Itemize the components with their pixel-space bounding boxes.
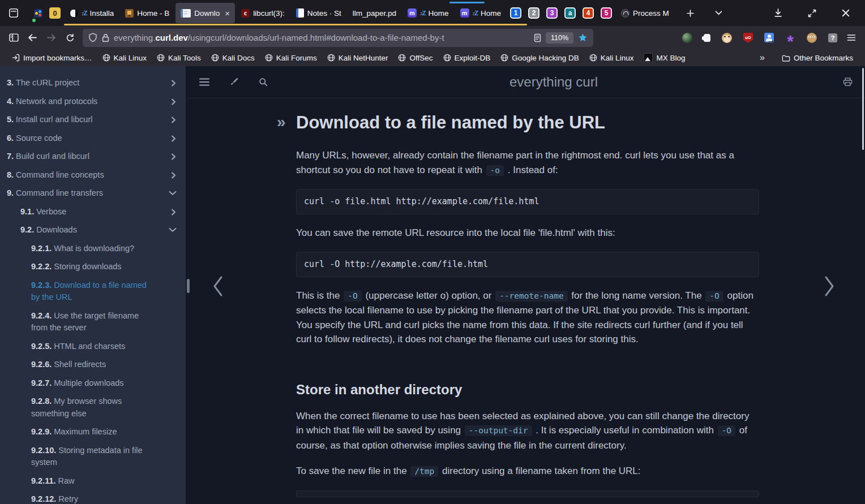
sidebar-item-9-2-6[interactable]: 9.2.6.Shell redirects	[0, 356, 186, 374]
tab-4[interactable]: 4	[580, 3, 597, 23]
search-button[interactable]	[257, 76, 269, 88]
chevron-right-icon[interactable]	[170, 153, 177, 160]
containers-extension-icon[interactable]	[764, 33, 774, 42]
zoom-level-badge[interactable]: 110%	[546, 32, 573, 44]
text-segment: You can save the remote URL resource int…	[296, 227, 615, 238]
sidebar-item-9-2-3[interactable]: 9.2.3.Download to a file named by the UR…	[0, 277, 186, 307]
tab-home-b[interactable]: Home - B	[120, 3, 174, 23]
hamster-extension-icon[interactable]	[722, 33, 732, 43]
downloads-button[interactable]	[768, 4, 788, 22]
next-page-arrow[interactable]	[823, 274, 836, 298]
menu-button[interactable]	[842, 29, 860, 46]
sidebar-item-7[interactable]: 7.Build curl and libcurl	[0, 148, 186, 166]
bookmark-item[interactable]: Kali Docs	[206, 53, 260, 63]
back-button[interactable]	[23, 29, 42, 46]
sidebar-item-8[interactable]: 8.Command line concepts	[0, 166, 186, 185]
chevron-right-icon[interactable]	[170, 80, 177, 87]
tab-home[interactable]: mzZHome	[402, 3, 454, 23]
bookmark-item[interactable]: Google Hacking DB	[495, 53, 584, 63]
pinned-tab[interactable]	[31, 3, 45, 23]
bookmark-item[interactable]: Kali NetHunter	[322, 53, 393, 63]
lock-icon[interactable]	[102, 33, 109, 42]
bookmark-item[interactable]: MX Blog	[639, 52, 690, 63]
ublock-extension-icon[interactable]: uO	[743, 33, 753, 43]
sidebar-item-9-2-5[interactable]: 9.2.5.HTML and charsets	[0, 338, 186, 356]
tab-5[interactable]: 5	[598, 3, 615, 23]
tab-downlo[interactable]: Downlo×	[175, 3, 235, 23]
tab-installa[interactable]: zZInstalla	[65, 3, 119, 23]
tab-overview-button[interactable]	[3, 4, 24, 22]
tab-3[interactable]: 3	[543, 3, 560, 23]
sidebar-item-9-2[interactable]: 9.2.Downloads	[0, 221, 186, 240]
sidebar-item-9-2-1[interactable]: 9.2.1.What is downloading?	[0, 240, 186, 259]
sidebar-item-5[interactable]: 5.Install curl and libcurl	[0, 111, 186, 130]
shield-icon[interactable]	[88, 33, 97, 42]
tab-2[interactable]: 2	[525, 3, 542, 23]
sidebar-toggle-button[interactable]	[5, 29, 23, 46]
chevron-down-icon[interactable]	[169, 227, 177, 233]
list-all-tabs-button[interactable]	[709, 4, 729, 22]
bookmark-star-icon[interactable]	[578, 33, 588, 42]
heading-anchor[interactable]: »	[277, 113, 286, 131]
sidebar-item-9-2-10[interactable]: 9.2.10.Storing metadata in file system	[0, 442, 186, 472]
sidebar-resize-handle[interactable]	[187, 279, 190, 293]
sidebar-item-3[interactable]: 3.The cURL project	[0, 74, 186, 93]
tab-notes-st[interactable]: Notes · St	[291, 3, 346, 23]
chevron-down-icon[interactable]	[169, 190, 177, 196]
sidebar-item-9[interactable]: 9.Command line transfers	[0, 184, 186, 203]
reader-mode-icon[interactable]	[534, 33, 541, 42]
tab-llm-paper-pd[interactable]: llm_paper.pd	[348, 3, 401, 23]
help-box-extension-icon[interactable]: ?	[828, 33, 837, 42]
sidebar-item-4[interactable]: 4.Network and protocols	[0, 93, 186, 111]
sidebar-item-9-1[interactable]: 9.1.Verbose	[0, 203, 186, 222]
sidebar-item-9-2-12[interactable]: 9.2.12.Retry	[0, 490, 186, 504]
sidebar-item-9-2-9[interactable]: 9.2.9.Maximum filesize	[0, 423, 186, 442]
notes-favicon-icon	[296, 8, 304, 18]
bookmark-item[interactable]: OffSec	[393, 53, 438, 63]
sidebar-item-number: 9.2.	[20, 225, 34, 234]
sidebar-item-9-2-7[interactable]: 9.2.7.Multiple downloads	[0, 374, 186, 393]
tab-0[interactable]: 0	[46, 3, 63, 23]
tab-libcurl-3-[interactable]: clibcurl(3):	[236, 3, 290, 23]
green-orb-extension-icon[interactable]	[682, 33, 692, 43]
bookmarks-overflow-button[interactable]: »	[760, 53, 764, 63]
monkey-extension-icon[interactable]	[807, 33, 817, 43]
toc-toggle-button[interactable]	[198, 76, 211, 88]
page-scrollbar-thumb[interactable]	[862, 68, 864, 150]
tab-close-icon[interactable]: ×	[225, 9, 230, 18]
previous-page-arrow[interactable]	[212, 274, 224, 298]
bookmark-item[interactable]: Kali Forums	[260, 53, 322, 63]
tab-1[interactable]: 1	[507, 3, 524, 23]
bookmark-item[interactable]: Kali Tools	[152, 53, 206, 63]
tab-home[interactable]: mzZHome	[455, 3, 507, 23]
print-icon	[843, 77, 853, 87]
sidebar-item-9-2-2[interactable]: 9.2.2.Storing downloads	[0, 258, 186, 277]
chevron-right-icon[interactable]	[170, 98, 177, 105]
tab-process-m[interactable]: Process M	[616, 3, 674, 23]
chevron-right-icon[interactable]	[170, 209, 177, 216]
fullscreen-button[interactable]	[802, 4, 822, 22]
hand-extension-icon[interactable]	[704, 34, 710, 42]
tab-a[interactable]: a	[562, 3, 579, 23]
sidebar-item-6[interactable]: 6.Source code	[0, 130, 186, 148]
url-bar[interactable]: everything.curl.dev/usingcurl/downloads/…	[83, 29, 593, 47]
close-window-button[interactable]	[836, 4, 856, 22]
import-bookmarks-button[interactable]: Import bookmarks…	[7, 53, 97, 63]
purple-star-extension-icon[interactable]: *	[785, 29, 795, 46]
paragraph: To save the new file in the /tmp directo…	[296, 464, 759, 479]
chevron-right-icon[interactable]	[170, 117, 177, 123]
sidebar-item-9-2-4[interactable]: 9.2.4.Use the target filename from the s…	[0, 307, 186, 338]
chevron-right-icon[interactable]	[170, 172, 177, 179]
new-tab-button[interactable]	[680, 4, 701, 22]
sidebar-item-9-2-11[interactable]: 9.2.11.Raw	[0, 472, 186, 491]
chevron-right-icon[interactable]	[170, 135, 177, 142]
bookmark-item[interactable]: Kali Linux	[584, 53, 639, 63]
reload-button[interactable]	[61, 29, 79, 46]
other-bookmarks-button[interactable]: Other Bookmarks	[777, 53, 858, 63]
theme-button[interactable]	[228, 76, 240, 88]
sidebar-item-9-2-8[interactable]: 9.2.8.My browser shows something else	[0, 393, 186, 423]
bookmark-item[interactable]: Exploit-DB	[438, 53, 496, 63]
forward-button[interactable]	[42, 29, 61, 46]
bookmark-item[interactable]: Kali Linux	[97, 53, 152, 63]
print-button[interactable]	[843, 77, 853, 87]
